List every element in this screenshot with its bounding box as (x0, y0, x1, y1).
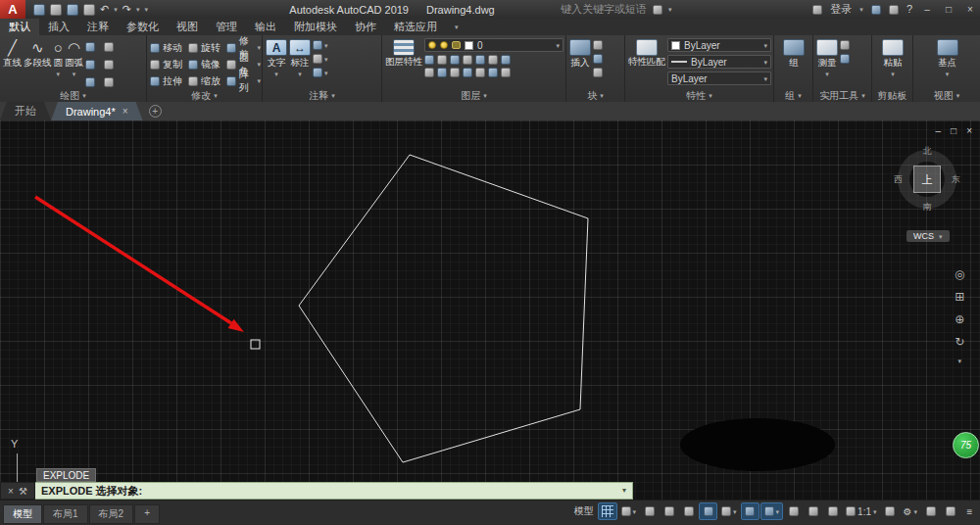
layer-properties-button[interactable]: 图层特性 (385, 37, 422, 89)
paste-button[interactable]: 粘贴 ▾ (882, 37, 904, 89)
ribbon-collapse-icon[interactable]: ▾ (446, 19, 467, 35)
insert-block-button[interactable]: 插入 (569, 37, 591, 89)
lineweight-dropdown[interactable]: ByLayer ▾ (667, 55, 771, 69)
match-properties-button[interactable]: 特性匹配 (628, 37, 665, 89)
rectangle-tool[interactable] (85, 40, 101, 55)
a360-icon[interactable] (871, 5, 881, 15)
workspace-switching-button[interactable]: ⚙▾ (901, 502, 920, 520)
close-button[interactable]: × (963, 4, 977, 15)
ribbon-tab-manage[interactable]: 管理 (207, 19, 246, 35)
panel-label-draw[interactable]: 绘图 ▾ (0, 89, 146, 102)
text-dropdown-icon[interactable]: ▾ (274, 71, 278, 77)
ribbon-tab-featured-apps[interactable]: 精选应用 (385, 19, 446, 35)
layer-off-icon[interactable] (424, 55, 434, 65)
lineweight-toggle[interactable] (784, 502, 803, 520)
view-panel-expand-icon[interactable]: ▾ (956, 92, 960, 99)
new-layout-button[interactable]: + (134, 504, 160, 524)
panel-label-utilities[interactable]: 实用工具 ▾ (813, 89, 871, 102)
group-button[interactable]: 组 (783, 37, 805, 89)
groups-panel-expand-icon[interactable]: ▾ (798, 92, 802, 99)
zoom-icon[interactable]: ⊕ (955, 312, 964, 326)
undo-icon[interactable]: ↶ (100, 4, 109, 15)
clean-screen-button[interactable] (941, 502, 959, 520)
utilities-panel-expand-icon[interactable]: ▾ (861, 92, 865, 99)
layer-on-tool-icon[interactable] (424, 68, 434, 77)
layer-unlock-icon[interactable] (463, 68, 472, 77)
viewcube[interactable]: 北 南 西 东 上 (895, 147, 959, 212)
block-panel-expand-icon[interactable]: ▾ (600, 92, 604, 99)
ribbon-tab-view[interactable]: 视图 (168, 19, 207, 35)
annotation-scale-button[interactable]: 1:1▾ (843, 502, 879, 520)
copy-tool[interactable]: 复制 (150, 58, 188, 72)
viewcube-west[interactable]: 西 (894, 173, 903, 186)
object-snap-toggle[interactable]: ▾ (760, 502, 784, 520)
layout-tab-layout2[interactable]: 布局2 (89, 504, 134, 524)
ribbon-tab-collaborate[interactable]: 协作 (346, 19, 385, 35)
layer-lock-icon[interactable] (452, 41, 461, 49)
scale-tool[interactable]: 缩放 (188, 74, 226, 88)
paste-dropdown-icon[interactable]: ▾ (891, 71, 895, 77)
quick-select-icon[interactable] (840, 40, 850, 50)
customization-button[interactable]: ≡ (960, 502, 979, 520)
snap-mode-toggle[interactable]: ▾ (618, 502, 640, 520)
layer-dropdown-icon[interactable]: ▾ (556, 42, 560, 49)
layer-state-icon[interactable] (501, 55, 511, 65)
ribbon-tab-insert[interactable]: 插入 (39, 19, 78, 35)
restore-button[interactable]: □ (942, 4, 956, 15)
pentagon-polyline[interactable] (299, 155, 588, 462)
layer-unisolate-icon[interactable] (437, 68, 447, 77)
block-editor-icon[interactable] (593, 68, 603, 77)
linetype-dropdown-icon[interactable]: ▾ (763, 75, 767, 82)
new-file-icon[interactable] (33, 4, 45, 16)
ribbon-tab-output[interactable]: 输出 (246, 19, 285, 35)
panel-label-annotate[interactable]: 注释 ▾ (263, 89, 381, 102)
file-tab-start[interactable]: 开始 (0, 102, 51, 120)
app-store-icon[interactable] (889, 5, 899, 15)
line-tool[interactable]: ╱ 直线 (3, 37, 22, 89)
signin-dropdown-icon[interactable]: ▾ (859, 6, 863, 13)
app-menu-button[interactable]: A (0, 0, 25, 19)
viewport-close-icon[interactable]: × (966, 125, 972, 136)
navbar-more-icon[interactable]: ▾ (957, 358, 961, 364)
panel-label-properties[interactable]: 特性 ▾ (625, 89, 773, 102)
layer-lock-tool-icon[interactable] (463, 55, 472, 65)
leader-tool[interactable]: ▾ (313, 40, 328, 50)
annotation-monitor-toggle[interactable] (921, 502, 940, 520)
dynamic-input-toggle[interactable] (660, 502, 678, 520)
transparency-toggle[interactable] (804, 502, 822, 520)
base-view-dropdown-icon[interactable]: ▾ (946, 71, 950, 77)
pan-icon[interactable]: ⊞ (955, 290, 964, 304)
stretch-tool[interactable]: 拉伸 (150, 74, 188, 88)
arc-tool[interactable]: ◠ 圆弧 ▾ (65, 37, 83, 89)
open-file-icon[interactable] (50, 4, 62, 16)
layer-walk-icon[interactable] (488, 68, 498, 77)
array-dropdown-icon[interactable]: ▾ (257, 77, 261, 84)
ribbon-tab-parametric[interactable]: 参数化 (118, 19, 168, 35)
command-close-icon[interactable]: × (8, 486, 14, 497)
panel-label-view[interactable]: 视图 ▾ (913, 89, 980, 102)
region-tool[interactable] (104, 74, 120, 89)
layer-isolate-icon[interactable] (437, 55, 447, 65)
annotation-visibility-toggle[interactable] (881, 502, 900, 520)
redo-icon[interactable]: ↷ (122, 4, 131, 15)
search-dropdown-icon[interactable]: ▾ (668, 6, 672, 13)
hatch-tool[interactable] (85, 58, 101, 72)
layer-thaw-icon[interactable] (450, 68, 460, 77)
viewport-restore-icon[interactable]: □ (951, 125, 956, 136)
ribbon-tab-addins[interactable]: 附加模块 (285, 19, 346, 35)
new-drawing-tab-button[interactable]: + (149, 105, 162, 118)
help-icon[interactable]: ? (906, 4, 912, 15)
tab-close-icon[interactable]: × (122, 106, 128, 117)
circle-dropdown-icon[interactable]: ▾ (56, 71, 60, 77)
minimize-button[interactable]: – (920, 4, 934, 15)
dimension-tool[interactable]: ↔ 标注 ▾ (289, 37, 311, 89)
panel-label-clipboard[interactable]: 剪贴板 (872, 89, 912, 102)
ribbon-tab-annotate[interactable]: 注释 (78, 19, 118, 35)
command-customize-icon[interactable]: ⚒ (19, 486, 27, 497)
command-recent-icon[interactable]: ▾ (622, 487, 626, 495)
undo-dropdown-icon[interactable]: ▾ (114, 6, 118, 13)
object-color-dropdown[interactable]: ByLayer ▾ (667, 38, 771, 52)
modify-panel-expand-icon[interactable]: ▾ (214, 92, 218, 99)
move-tool[interactable]: 移动 (150, 41, 188, 55)
drawing-canvas[interactable]: – □ × 北 南 西 东 上 WCS ▾ ◎ ⊞ ⊕ ↻ ▾ 75 Y (0, 120, 980, 500)
